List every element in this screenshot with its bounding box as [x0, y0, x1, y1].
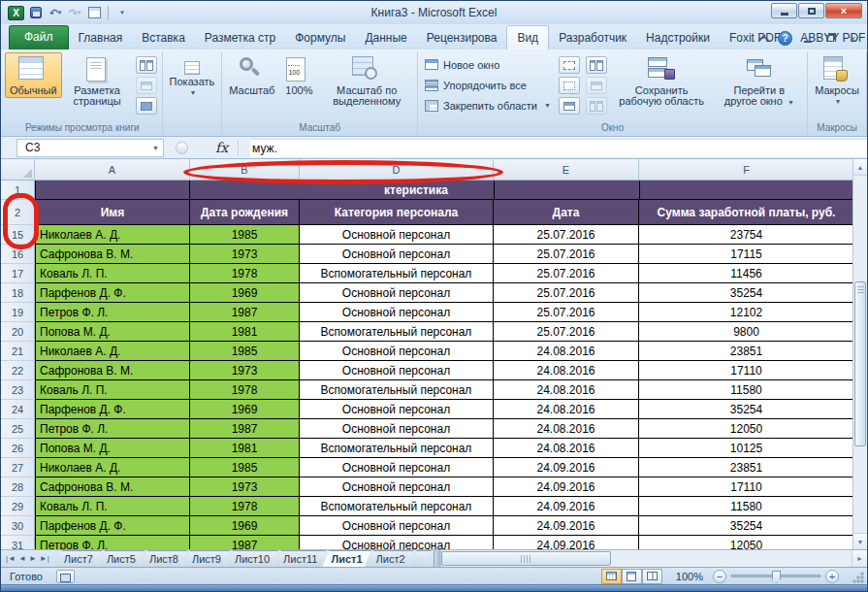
table-properties-icon[interactable]	[86, 6, 102, 20]
cell-name[interactable]: Коваль Л. П.	[35, 264, 190, 283]
cell-date[interactable]: 24.08.2016	[494, 439, 639, 458]
header-category[interactable]: Категория персонала	[300, 200, 494, 225]
cell-date[interactable]: 24.08.2016	[494, 380, 639, 400]
cell-a1[interactable]	[35, 181, 190, 200]
cell-salary[interactable]: 17110	[639, 361, 854, 380]
cell-category[interactable]: Вспомогательный персонал	[300, 380, 494, 400]
row-header[interactable]: 26	[1, 439, 35, 458]
next-sheet-icon[interactable]: ►	[29, 554, 37, 563]
reset-window-position-button[interactable]	[586, 97, 607, 115]
cell-name[interactable]: Сафронова В. М.	[35, 245, 190, 264]
cell-birth-year[interactable]: 1969	[190, 283, 300, 303]
zoom-out-icon[interactable]: −	[713, 570, 726, 583]
row-header[interactable]: 17	[1, 264, 35, 283]
merged-title-cell[interactable]: ктеристика	[190, 181, 494, 200]
cell-salary[interactable]: 35254	[639, 400, 854, 419]
cell-name[interactable]: Парфенов Д. Ф.	[35, 400, 190, 419]
horizontal-scroll-thumb[interactable]	[441, 551, 611, 566]
tab-file[interactable]: Файл	[9, 25, 69, 49]
row-header-2[interactable]: 2	[1, 200, 35, 225]
header-date[interactable]: Дата	[494, 200, 639, 225]
row-header[interactable]: 28	[1, 477, 35, 497]
cell-category[interactable]: Основной персонал	[300, 400, 494, 419]
maximize-button[interactable]	[798, 3, 824, 18]
custom-views-button[interactable]	[136, 77, 157, 94]
tab-developer[interactable]: Разработчик	[549, 26, 636, 49]
status-normal-view-button[interactable]	[601, 569, 622, 584]
workbook-close-icon[interactable]: ×	[846, 32, 859, 45]
cell-name[interactable]: Парфенов Д. Ф.	[35, 516, 190, 536]
row-header[interactable]: 20	[1, 322, 35, 342]
formula-bar-options-icon[interactable]	[176, 142, 188, 154]
cell-birth-year[interactable]: 1978	[190, 264, 300, 283]
cell-date[interactable]: 25.07.2016	[494, 283, 639, 303]
previous-sheet-icon[interactable]: ◄	[18, 554, 26, 563]
cell-birth-year[interactable]: 1973	[190, 245, 300, 264]
cell-name[interactable]: Парфенов Д. Ф.	[35, 283, 190, 303]
cell-birth-year[interactable]: 1985	[190, 225, 300, 245]
cell-e1[interactable]	[494, 181, 639, 200]
row-header[interactable]: 15	[1, 225, 35, 245]
cell-date[interactable]: 24.08.2016	[494, 419, 639, 439]
cell-birth-year[interactable]: 1978	[190, 380, 300, 400]
cell-birth-year[interactable]: 1987	[190, 419, 300, 439]
cell-name[interactable]: Петров Ф. Л.	[35, 536, 190, 549]
tab-insert[interactable]: Вставка	[132, 26, 195, 49]
scroll-up-icon[interactable]: ▲	[853, 159, 867, 176]
cell-name[interactable]: Сафронова В. М.	[35, 361, 190, 380]
row-header[interactable]: 31	[1, 536, 35, 549]
cell-birth-year[interactable]: 1987	[190, 303, 300, 322]
cell-name[interactable]: Коваль Л. П.	[35, 380, 190, 400]
cell-date[interactable]: 24.09.2016	[494, 536, 639, 549]
row-header[interactable]: 18	[1, 283, 35, 303]
sheet-tab-list9[interactable]: Лист9	[183, 550, 230, 567]
cell-f1[interactable]	[639, 181, 854, 200]
arrange-all-button[interactable]: Упорядочить все	[420, 75, 556, 95]
close-button[interactable]: ×	[825, 3, 862, 18]
cell-salary[interactable]: 12050	[639, 536, 854, 549]
first-sheet-icon[interactable]: |◄	[6, 554, 16, 563]
insert-worksheet-tab[interactable]	[410, 550, 432, 567]
tab-scrollbar-splitter[interactable]	[434, 550, 440, 567]
cell-date[interactable]: 24.09.2016	[494, 477, 639, 497]
save-icon[interactable]	[28, 6, 44, 20]
cell-date[interactable]: 24.08.2016	[494, 342, 639, 361]
vertical-scrollbar[interactable]: ▲ ▼	[852, 159, 867, 549]
name-box[interactable]: C3 ▼	[16, 139, 164, 157]
zoom-slider[interactable]	[731, 575, 820, 577]
cell-category[interactable]: Вспомогательный персонал	[300, 439, 494, 458]
freeze-panes-button[interactable]: Закрепить области ▼	[420, 95, 556, 115]
scroll-down-icon[interactable]: ▼	[853, 533, 867, 549]
cell-salary[interactable]: 23851	[639, 342, 854, 361]
cell-category[interactable]: Основной персонал	[300, 303, 494, 322]
cell-salary[interactable]: 35254	[639, 516, 854, 536]
cell-salary[interactable]: 23754	[639, 225, 854, 245]
cell-name[interactable]: Попова М. Д.	[35, 322, 190, 342]
cell-category[interactable]: Основной персонал	[300, 477, 494, 497]
full-screen-button[interactable]	[136, 97, 157, 115]
row-header[interactable]: 27	[1, 458, 35, 477]
workbook-minimize-icon[interactable]	[801, 32, 815, 45]
cell-salary[interactable]: 17115	[639, 245, 854, 264]
zoom-100-button[interactable]: 100 100%	[279, 52, 318, 98]
row-header-1[interactable]: 1	[1, 181, 35, 200]
workbook-restore-icon[interactable]	[823, 32, 837, 45]
status-page-layout-button[interactable]	[622, 569, 642, 584]
cell-salary[interactable]: 17110	[639, 477, 854, 497]
save-workspace-button[interactable]: Сохранить рабочую область	[610, 52, 714, 109]
resize-grip[interactable]	[852, 571, 865, 583]
page-layout-view-button[interactable]: Разметка страницы	[62, 52, 133, 109]
cell-salary[interactable]: 11580	[639, 497, 854, 516]
cell-name[interactable]: Николаев А. Д.	[35, 342, 190, 361]
row-header[interactable]: 19	[1, 303, 35, 322]
cell-date[interactable]: 25.07.2016	[494, 264, 639, 283]
cell-birth-year[interactable]: 1981	[190, 439, 300, 458]
cell-date[interactable]: 24.09.2016	[494, 458, 639, 477]
sheet-tab-list7[interactable]: Лист7	[55, 550, 102, 567]
tab-addins[interactable]: Надстройки	[636, 26, 720, 49]
row-header[interactable]: 16	[1, 245, 35, 264]
row-header[interactable]: 22	[1, 361, 35, 380]
hide-window-button[interactable]	[559, 77, 580, 94]
sheet-tab-list1[interactable]: Лист1	[322, 550, 370, 567]
cell-date[interactable]: 25.07.2016	[494, 225, 639, 245]
